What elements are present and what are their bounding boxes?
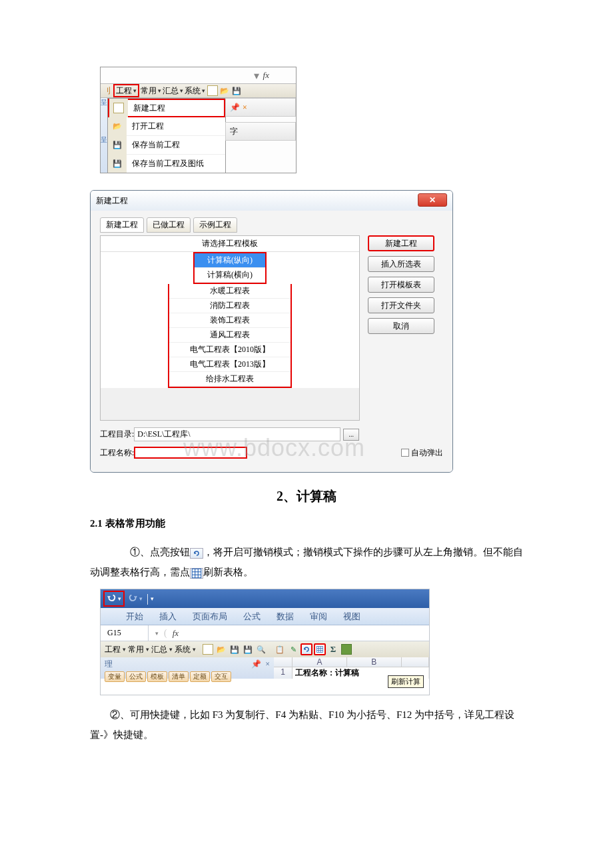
fx-icon[interactable]: fx: [173, 628, 179, 639]
browse-button[interactable]: ...: [343, 429, 359, 441]
btn-open-folder[interactable]: 打开文件夹: [368, 297, 434, 313]
dialog-close-button[interactable]: ✕: [418, 193, 447, 207]
menu-item-save-project-drawings[interactable]: 💾 保存当前工程及图纸: [108, 155, 225, 173]
tiny-tab[interactable]: 清单: [169, 671, 189, 682]
menu-common[interactable]: 常用: [139, 85, 158, 97]
menu-project[interactable]: 工程: [116, 85, 132, 97]
template-item[interactable]: 水暖工程表: [169, 284, 291, 299]
caret-icon[interactable]: ▾: [155, 630, 159, 637]
checkbox-icon: [401, 449, 409, 457]
fx-row: ▾ fx: [101, 67, 296, 83]
column-header-blank[interactable]: [402, 657, 429, 667]
template-item[interactable]: 电气工程表【2013版】: [169, 357, 291, 372]
save-icon[interactable]: 💾: [231, 85, 242, 96]
template-item[interactable]: 通风工程表: [169, 328, 291, 343]
left-panel: 理 📌 × 变量 公式 模板 清单 定额 交互: [101, 657, 274, 679]
menu-summary[interactable]: 汇总: [161, 85, 180, 97]
svg-rect-5: [317, 647, 323, 653]
menu-item-open-project[interactable]: 📂 打开工程: [108, 117, 225, 136]
section-title: 2、计算稿: [90, 487, 523, 505]
tool-icon-a[interactable]: 📋: [274, 643, 286, 655]
tool-menu-common[interactable]: 常用: [128, 644, 144, 655]
tab-done-project[interactable]: 已做工程: [147, 217, 191, 233]
tool-menu-project[interactable]: 工程: [105, 644, 121, 655]
paragraph-1: ①、点亮按钮，将开启可撤销模式；撤销模式下操作的步骤可从左上角撤销。但不能自动调…: [90, 542, 523, 582]
tiny-tab[interactable]: 定额: [190, 671, 210, 682]
template-header: 请选择工程模板: [101, 236, 359, 252]
template-box-calc: 计算稿(纵向) 计算稿(横向): [193, 252, 267, 284]
right-char: 字: [230, 126, 238, 137]
open-file-icon[interactable]: 📂: [219, 85, 230, 96]
btn-open-template[interactable]: 打开模板表: [368, 277, 434, 293]
ribbon-tab-insert[interactable]: 插入: [159, 611, 177, 623]
template-item[interactable]: 装饰工程表: [169, 313, 291, 328]
save-config-icon[interactable]: 💾: [242, 643, 254, 655]
pin-icon[interactable]: 📌: [251, 659, 261, 669]
input-name[interactable]: [134, 447, 247, 459]
tiny-tab[interactable]: 模板: [147, 671, 167, 682]
template-item[interactable]: 计算稿(纵向): [195, 253, 265, 268]
ribbon-tab-data[interactable]: 数据: [277, 611, 294, 623]
template-list: 请选择工程模板 计算稿(纵向) 计算稿(横向) 水暖工程表 消防工程表 装饰工程…: [100, 235, 360, 421]
refresh-grid-icon[interactable]: [314, 643, 326, 655]
template-item[interactable]: 计算稿(横向): [195, 268, 265, 283]
save-icon[interactable]: 💾: [229, 643, 241, 655]
template-item[interactable]: 电气工程表【2010版】: [169, 343, 291, 357]
ribbon-tab-home[interactable]: 开始: [126, 611, 143, 623]
edit-icon[interactable]: ✎: [287, 643, 299, 655]
open-file-icon[interactable]: 📂: [215, 643, 227, 655]
new-file-icon[interactable]: [207, 85, 218, 96]
fx-icon: fx: [263, 70, 269, 81]
undo-icon[interactable]: [107, 593, 116, 605]
caret-icon: ▾: [139, 595, 143, 602]
right-word-chip: 字: [225, 122, 296, 141]
green-tool-icon[interactable]: [340, 643, 352, 655]
dialog-title: 新建工程: [96, 195, 128, 207]
ribbon-tab-layout[interactable]: 页面布局: [193, 611, 227, 623]
subsection-title: 2.1 表格常用功能: [90, 517, 523, 530]
new-file-icon[interactable]: [202, 643, 214, 655]
btn-insert-selected[interactable]: 插入所选表: [368, 256, 434, 272]
template-item[interactable]: 消防工程表: [169, 299, 291, 313]
ribbon-tab-formula[interactable]: 公式: [243, 611, 261, 623]
sigma-icon[interactable]: Σ: [327, 643, 339, 655]
column-header[interactable]: B: [347, 657, 402, 667]
grid-area: 理 📌 × 变量 公式 模板 清单 定额 交互: [101, 657, 429, 679]
btn-cancel[interactable]: 取消: [368, 318, 434, 334]
ribbon-tab-view[interactable]: 视图: [343, 611, 360, 623]
column-header[interactable]: A: [293, 657, 347, 667]
screenshot-menu-dropdown: ▾ fx 刂 工程▾ 常用▾ 汇总▾ 系统▾ 📂 💾 新建工程 📂: [100, 67, 297, 173]
name-box[interactable]: G15: [101, 625, 149, 641]
menu-item-save-project[interactable]: 💾 保存当前工程: [108, 136, 225, 155]
menu-item-label: 打开工程: [127, 121, 164, 132]
tab-new-project[interactable]: 新建工程: [100, 217, 144, 233]
row-header[interactable]: 1: [274, 667, 293, 679]
caret-icon: ▾: [133, 87, 137, 94]
print-preview-icon[interactable]: 🔍: [255, 643, 267, 655]
tiny-tab[interactable]: 变量: [105, 671, 125, 682]
dialog-new-project: 新建工程 ✕ 新建工程 已做工程 示例工程 请选择工程模板 计算稿(纵向) 计算…: [90, 190, 453, 473]
grid-icon: [190, 568, 203, 579]
qat-customize-icon[interactable]: ▾: [151, 595, 154, 602]
tiny-tab[interactable]: 交互: [211, 671, 231, 682]
tool-menu-summary[interactable]: 汇总: [151, 644, 167, 655]
template-item[interactable]: 给排水工程表: [169, 372, 291, 387]
checkbox-auto-popup[interactable]: 自动弹出: [401, 447, 443, 459]
template-box-tables: 水暖工程表 消防工程表 装饰工程表 通风工程表 电气工程表【2010版】 电气工…: [168, 284, 292, 388]
ribbon-tab-review[interactable]: 审阅: [310, 611, 327, 623]
redo-icon[interactable]: [129, 593, 138, 605]
checkbox-label: 自动弹出: [411, 447, 443, 459]
tab-example-project[interactable]: 示例工程: [193, 217, 237, 233]
undo-mode-icon[interactable]: [301, 643, 312, 655]
menu-system[interactable]: 系统: [183, 85, 202, 97]
tiny-tab[interactable]: 公式: [126, 671, 146, 682]
left-gutter-1: 呈呈: [101, 98, 107, 173]
tool-menu-system[interactable]: 系统: [175, 644, 191, 655]
close-x-icon[interactable]: ×: [243, 103, 247, 113]
close-icon[interactable]: ×: [265, 659, 270, 669]
screenshot-ribbon-toolbar: ▾ ▾ | ▾ 开始 插入 页面布局 公式 数据 审阅 视图 G15 ▾ ( f…: [100, 589, 430, 695]
btn-new-project[interactable]: 新建工程: [368, 235, 434, 251]
menu-item-new-project[interactable]: 新建工程: [108, 99, 225, 117]
input-dir[interactable]: D:\ESL\工程库\: [134, 427, 340, 441]
select-all-corner[interactable]: [274, 657, 293, 667]
